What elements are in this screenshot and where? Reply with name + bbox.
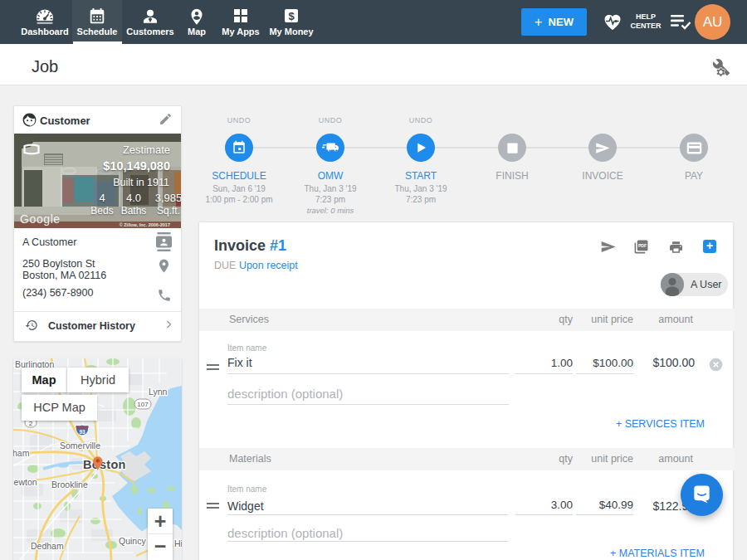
svg-text:Somerville: Somerville	[60, 441, 100, 450]
svg-text:Boston: Boston	[83, 458, 126, 471]
svg-text:107: 107	[137, 401, 149, 408]
svg-text:$: $	[288, 10, 295, 22]
svg-text:PDF: PDF	[638, 243, 647, 248]
svg-text:Lynn: Lynn	[149, 387, 168, 397]
svg-text:Dedham: Dedham	[31, 541, 64, 551]
svg-text:93: 93	[79, 429, 85, 435]
svg-text:Hi: Hi	[174, 538, 182, 548]
svg-text:Quincy: Quincy	[119, 536, 146, 546]
svg-text:Newton: Newton	[13, 477, 37, 487]
svg-text:ham: ham	[13, 448, 30, 458]
svg-text:Brookline: Brookline	[51, 480, 88, 489]
